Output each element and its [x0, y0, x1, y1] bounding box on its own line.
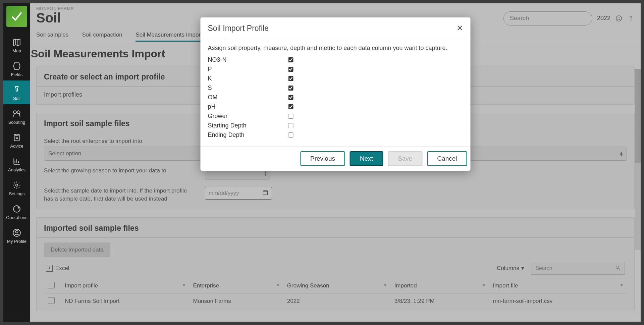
gear-icon — [11, 180, 22, 190]
scouting-icon — [11, 109, 22, 118]
soil-import-profile-modal: Soil Import Profile ✕ Assign soil proper… — [201, 17, 471, 171]
property-checkbox[interactable] — [288, 114, 293, 119]
sidebar-label: Scouting — [8, 120, 25, 125]
property-checkbox[interactable] — [288, 67, 293, 72]
sidebar-item-myprofile[interactable]: My Profile — [3, 223, 30, 247]
property-row: Ending Depth — [208, 130, 463, 140]
property-checkbox[interactable] — [288, 76, 293, 81]
advice-icon — [11, 133, 22, 142]
modal-description: Assign soil property, measure, depth and… — [208, 45, 463, 52]
property-label: Starting Depth — [208, 122, 288, 129]
sidebar-item-settings[interactable]: Settings — [3, 176, 30, 200]
sidebar-label: Fields — [11, 72, 23, 77]
property-row: Starting Depth — [208, 121, 463, 130]
property-checkbox[interactable] — [288, 95, 293, 100]
sidebar-item-scouting[interactable]: Scouting — [3, 104, 30, 128]
save-button: Save — [388, 151, 422, 166]
property-label: NO3-N — [208, 56, 288, 63]
sidebar-item-advice[interactable]: Advice — [3, 128, 30, 152]
svg-point-3 — [16, 184, 18, 186]
property-label: S — [208, 85, 288, 92]
fields-icon — [11, 61, 22, 71]
soil-icon — [11, 85, 22, 95]
property-label: Grower — [208, 113, 288, 120]
main: MUNSON FARMS Soil 2022 Soil samples Soil… — [30, 3, 641, 322]
cancel-button[interactable]: Cancel — [427, 151, 467, 166]
sidebar-label: Operations — [6, 215, 28, 220]
modal-title: Soil Import Profile — [208, 24, 269, 33]
next-button[interactable]: Next — [350, 151, 383, 166]
sidebar-label: Analytics — [8, 167, 25, 172]
property-checkbox[interactable] — [288, 104, 293, 109]
svg-point-0 — [13, 111, 16, 114]
app-logo[interactable] — [6, 6, 27, 27]
sidebar-label: Map — [12, 48, 21, 53]
property-label: pH — [208, 103, 288, 110]
property-label: K — [208, 75, 288, 82]
property-checkbox[interactable] — [288, 57, 293, 62]
sidebar-item-soil[interactable]: Soil — [3, 80, 30, 104]
property-row: P — [208, 64, 463, 74]
modal-close-button[interactable]: ✕ — [457, 23, 463, 33]
property-row: K — [208, 74, 463, 83]
sidebar-item-map[interactable]: Map — [3, 33, 30, 57]
property-row: OM — [208, 93, 463, 102]
property-checkbox[interactable] — [288, 86, 293, 91]
sidebar-label: Soil — [13, 96, 20, 101]
sidebar: Map Fields Soil Scouting Advice Analytic… — [3, 3, 30, 322]
property-row: pH — [208, 102, 463, 111]
property-row: Grower — [208, 111, 463, 121]
property-row: NO3-N — [208, 55, 463, 64]
sidebar-label: Settings — [9, 191, 25, 196]
sidebar-item-operations[interactable]: Operations — [3, 200, 30, 223]
map-icon — [11, 38, 22, 47]
svg-point-6 — [15, 230, 18, 233]
property-checkbox[interactable] — [288, 132, 293, 138]
sidebar-label: Advice — [10, 144, 23, 149]
property-row: S — [208, 83, 463, 93]
svg-point-1 — [17, 111, 20, 114]
operations-icon — [11, 204, 22, 214]
previous-button[interactable]: Previous — [300, 151, 345, 166]
sidebar-item-fields[interactable]: Fields — [3, 57, 30, 80]
property-label: P — [208, 66, 288, 73]
profile-icon — [11, 228, 22, 237]
property-checkbox[interactable] — [288, 123, 293, 128]
analytics-icon — [11, 157, 22, 166]
sidebar-item-analytics[interactable]: Analytics — [3, 152, 30, 176]
property-label: Ending Depth — [208, 131, 288, 139]
sidebar-label: My Profile — [7, 239, 26, 244]
property-label: OM — [208, 94, 288, 101]
